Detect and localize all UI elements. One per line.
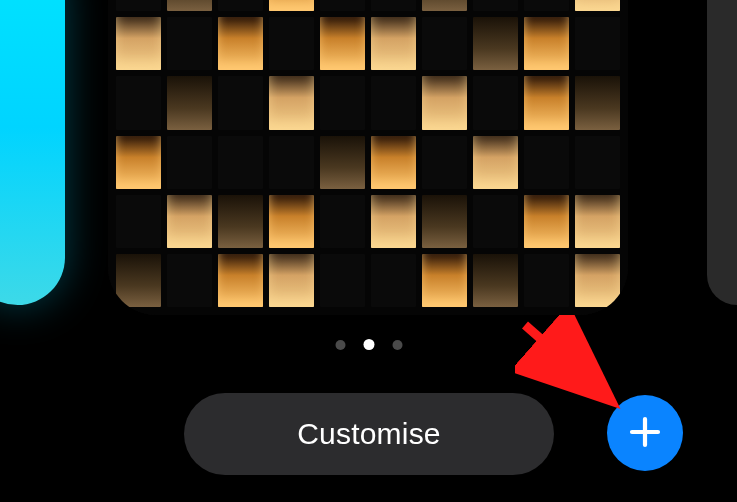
page-dot-0[interactable] (335, 340, 345, 350)
wallpaper-card-current[interactable] (108, 0, 628, 315)
wallpaper-card-previous[interactable] (0, 0, 65, 305)
wallpaper-card-next[interactable] (707, 0, 737, 305)
wallpaper-preview-image (108, 0, 628, 315)
plus-icon (626, 413, 664, 454)
customise-label: Customise (297, 417, 441, 451)
customise-button[interactable]: Customise (184, 393, 554, 475)
page-indicator (335, 339, 402, 350)
page-dot-2[interactable] (392, 340, 402, 350)
add-button[interactable] (607, 395, 683, 471)
svg-line-1 (525, 325, 607, 397)
page-dot-1[interactable] (363, 339, 374, 350)
